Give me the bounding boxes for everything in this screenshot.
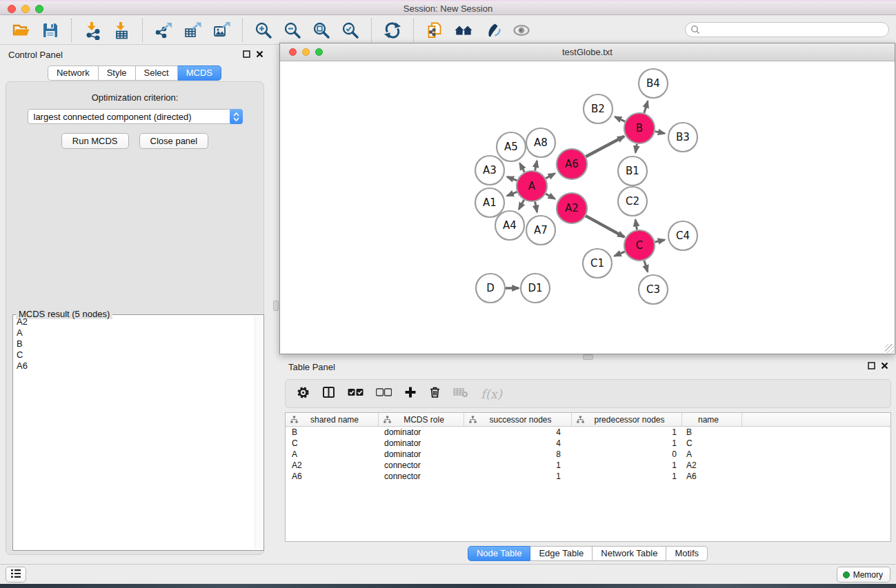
node-C1[interactable]: C1 — [583, 249, 612, 278]
table-cell[interactable]: 1 — [464, 460, 572, 471]
node-B4[interactable]: B4 — [639, 69, 668, 98]
edge-A-A1[interactable] — [507, 192, 517, 196]
column-header-name[interactable]: name — [682, 413, 742, 426]
table-cell[interactable]: 1 — [464, 471, 572, 482]
search-input[interactable] — [703, 23, 888, 36]
edge-A2-C[interactable] — [586, 216, 624, 237]
resize-grip-icon[interactable] — [885, 344, 894, 353]
edge-B-B2[interactable] — [615, 116, 626, 121]
result-item[interactable]: C — [14, 349, 254, 361]
edge-A-A6[interactable] — [546, 174, 555, 179]
table-row[interactable]: Bdominator41B — [286, 427, 890, 438]
network-canvas[interactable]: B4B2BB3A5A8A6A3B1AC2A1A2A4A7C4CC1DD1C3 — [280, 61, 895, 354]
node-B1[interactable]: B1 — [618, 156, 647, 185]
table-cell[interactable]: A2 — [286, 460, 379, 471]
table-cell[interactable]: C — [682, 438, 742, 449]
edge-A6-B[interactable] — [586, 136, 624, 157]
node-A2[interactable]: A2 — [557, 193, 587, 223]
show-columns-icon[interactable] — [322, 386, 335, 401]
table-row[interactable]: A6connector11A6 — [286, 471, 890, 482]
table-cell[interactable]: 0 — [572, 449, 682, 460]
table-cell[interactable]: connector — [379, 471, 464, 482]
search-field[interactable] — [685, 22, 889, 37]
edge-A-A4[interactable] — [519, 200, 524, 209]
tab-network-table[interactable]: Network Table — [593, 546, 666, 561]
table-cell[interactable]: 4 — [464, 438, 572, 449]
result-item[interactable]: A6 — [14, 361, 254, 372]
node-C3[interactable]: C3 — [639, 275, 668, 304]
copy-network-icon[interactable] — [422, 18, 447, 43]
node-C4[interactable]: C4 — [668, 221, 697, 250]
table-cell[interactable]: B — [286, 427, 379, 438]
close-table-panel-icon[interactable] — [881, 362, 888, 369]
memory-button[interactable]: Memory — [837, 567, 890, 582]
network-window-titlebar[interactable]: testGlobe.txt — [280, 43, 895, 61]
export-network-icon[interactable] — [151, 18, 176, 43]
edge-A-A5[interactable] — [520, 163, 525, 172]
node-A7[interactable]: A7 — [526, 216, 555, 245]
import-network-icon[interactable] — [80, 18, 105, 43]
edge-A-A7[interactable] — [535, 202, 537, 212]
mcds-result-list[interactable]: A2ABCA6 — [14, 316, 254, 549]
tab-motifs[interactable]: Motifs — [666, 546, 708, 561]
table-row[interactable]: Adominator80A — [286, 449, 890, 460]
table-cell[interactable]: 1 — [572, 460, 682, 471]
node-A[interactable]: A — [517, 171, 547, 201]
edge-A-A8[interactable] — [535, 161, 537, 170]
select-all-columns-icon[interactable] — [348, 387, 364, 400]
edge-B-B1[interactable] — [635, 144, 637, 153]
edge-A-A3[interactable] — [507, 177, 517, 181]
create-column-plus-icon[interactable] — [404, 386, 417, 401]
table-cell[interactable]: 1 — [572, 471, 682, 482]
edge-A-A2[interactable] — [546, 194, 555, 199]
node-B[interactable]: B — [624, 113, 655, 143]
node-A5[interactable]: A5 — [497, 132, 526, 161]
node-B3[interactable]: B3 — [668, 123, 697, 152]
column-header-successor-nodes[interactable]: successor nodes — [464, 413, 572, 426]
delete-column-trash-icon[interactable] — [429, 386, 441, 401]
tab-select[interactable]: Select — [136, 65, 178, 81]
edge-C-C4[interactable] — [655, 240, 665, 242]
tab-node-table[interactable]: Node Table — [468, 546, 531, 561]
node-A4[interactable]: A4 — [495, 211, 524, 240]
table-row[interactable]: A2connector11A2 — [286, 460, 890, 471]
column-header-MCDS-role[interactable]: MCDS role — [379, 413, 464, 426]
edge-C-C2[interactable] — [635, 220, 637, 230]
node-B2[interactable]: B2 — [584, 94, 613, 123]
table-cell[interactable]: 4 — [464, 427, 572, 438]
close-panel-icon[interactable] — [256, 50, 263, 58]
edge-C-C1[interactable] — [615, 252, 625, 256]
criterion-select[interactable]: largest connected component (directed) — [28, 109, 243, 124]
node-C[interactable]: C — [624, 230, 655, 261]
home-views-icon[interactable] — [451, 18, 476, 43]
zoom-out-icon[interactable] — [280, 18, 305, 43]
column-header-shared-name[interactable]: shared name — [286, 413, 379, 426]
table-cell[interactable]: B — [682, 427, 742, 438]
run-mcds-button[interactable]: Run MCDS — [61, 133, 129, 149]
export-table-icon[interactable] — [180, 18, 205, 43]
tab-edge-table[interactable]: Edge Table — [530, 546, 593, 561]
result-item[interactable]: B — [14, 338, 254, 349]
table-cell[interactable]: A6 — [286, 471, 379, 482]
edge-B-B4[interactable] — [644, 101, 648, 113]
draw-toggle-icon[interactable] — [480, 18, 505, 43]
table-cell[interactable]: connector — [379, 460, 464, 471]
vertical-splitter-grip[interactable] — [273, 301, 279, 311]
table-cell[interactable]: C — [286, 438, 379, 449]
result-item[interactable]: A — [14, 327, 254, 338]
node-D[interactable]: D — [476, 274, 505, 303]
result-item[interactable]: A2 — [14, 316, 254, 327]
task-history-button[interactable] — [6, 567, 26, 582]
deselect-all-columns-icon[interactable] — [376, 387, 392, 400]
column-header-predecessor-nodes[interactable]: predecessor nodes — [572, 413, 682, 426]
table-settings-gear-icon[interactable] — [297, 386, 310, 402]
save-icon[interactable] — [38, 18, 63, 43]
edge-B-B3[interactable] — [655, 132, 665, 134]
result-scrollbar[interactable] — [255, 316, 262, 549]
edge-C-C3[interactable] — [644, 261, 648, 272]
zoom-in-icon[interactable] — [251, 18, 276, 43]
refresh-icon[interactable] — [380, 18, 405, 43]
zoom-selected-icon[interactable] — [338, 18, 363, 43]
float-panel-icon[interactable] — [243, 50, 250, 58]
close-panel-button[interactable]: Close panel — [139, 133, 209, 149]
